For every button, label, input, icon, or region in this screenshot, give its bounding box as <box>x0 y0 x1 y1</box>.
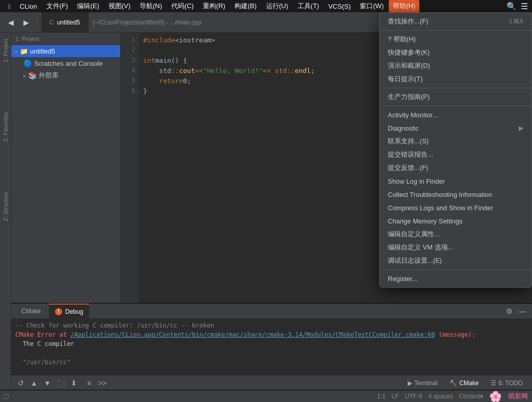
search-icon[interactable]: 🔍 <box>507 2 517 11</box>
help-menu[interactable]: 帮助(H) <box>389 0 419 12</box>
stream-op: << <box>195 67 203 74</box>
sidebar-item-external-libs[interactable]: ▸ 📚 外部库 <box>11 69 120 82</box>
error-indicator: ! <box>55 308 62 315</box>
project-sidebar: 1: Project ▸ 📁 untitled5 🔵 Scratches and… <box>11 33 121 303</box>
console-line-5: "/usr/bin/cc" <box>15 358 528 367</box>
vcs-menu[interactable]: VCS(S) <box>324 0 355 12</box>
submit-feedback-label: 提交反馈...(F) <box>388 163 428 172</box>
hide-panel-icon[interactable]: □ <box>4 392 8 400</box>
view-menu-label: 视图(V) <box>109 2 130 11</box>
show-log-label: Show Log in Finder <box>388 178 445 185</box>
menu-submit-bug[interactable]: 提交错误报告... <box>380 148 531 161</box>
context-indicator[interactable]: Context▾ <box>459 393 483 400</box>
scroll-down-button[interactable]: ▼ <box>42 378 53 389</box>
stop-button[interactable]: ⬛ <box>55 378 66 389</box>
menu-keymap[interactable]: 快捷键参考(K) <box>380 46 531 59</box>
cmake-error-prefix: CMake Error at <box>15 331 70 338</box>
window-menu[interactable]: 窗口(W) <box>356 0 388 12</box>
menu-activity-monitor[interactable]: Activity Monitor... <box>380 108 531 121</box>
indent-setting[interactable]: 4 spaces <box>429 393 453 400</box>
clion-label: CLion <box>20 3 37 10</box>
forward-button[interactable]: ▶ <box>19 16 33 29</box>
menu-tip[interactable]: 每日提示(T) <box>380 72 531 86</box>
menubar:  CLion 文件(F) 编辑(E) 视图(V) 导航(N) 代码(C) 重构… <box>0 0 532 12</box>
file-menu[interactable]: 文件(F) <box>42 0 72 12</box>
main-cpp-tab[interactable]: C untitled5 <box>41 12 89 33</box>
scroll-up-button[interactable]: ▲ <box>29 378 40 389</box>
panel-tab-bar: CMake ! Debug ⚙ — <box>11 304 532 319</box>
menu-show-log[interactable]: Show Log in Finder <box>380 174 531 188</box>
line-num-2: 2 <box>121 45 139 55</box>
encoding[interactable]: UTF-8 <box>405 393 422 400</box>
menu-collect-troubleshoot[interactable]: Collect Troubleshooting Information <box>380 188 531 201</box>
cursor-position[interactable]: 1:1 <box>377 393 386 400</box>
edit-menu-label: 编辑(E) <box>77 2 99 11</box>
line-ending[interactable]: LF <box>392 393 399 400</box>
navigate-menu[interactable]: 导航(N) <box>136 0 166 12</box>
terminal-icon: ▶ <box>408 380 412 387</box>
menu-contact-support[interactable]: 联系支持...(S) <box>380 135 531 148</box>
line-num-6: 6 <box>121 86 139 96</box>
terminal-tab[interactable]: ▶ Terminal <box>403 375 442 391</box>
sidebar-item-untitled5[interactable]: ▸ 📁 untitled5 <box>11 45 120 57</box>
register-label: Register... <box>388 275 418 283</box>
menu-icon[interactable]: ☰ <box>521 2 528 11</box>
menu-productivity[interactable]: 生产力指南(P) <box>380 90 531 104</box>
expand-button[interactable]: >> <box>97 378 108 389</box>
demo-label: 演示和截屏(D) <box>388 61 430 70</box>
find-action-label: 查找操作...(F) <box>388 17 428 26</box>
status-bar: □ 1:1 LF UTF-8 4 spaces Context▾ 🌸 萌新网 <box>0 390 532 402</box>
endl-fn: endl <box>295 67 310 74</box>
project-vtab[interactable]: 1: Project <box>2 35 10 66</box>
apple-menu[interactable]:  <box>4 0 15 12</box>
structure-vtab[interactable]: Z: Structure <box>2 188 10 225</box>
vm-options-label: 编辑自定义 VM 选项... <box>388 243 454 252</box>
cmake-panel-tab[interactable]: CMake <box>15 304 47 319</box>
refactor-menu[interactable]: 重构(R) <box>199 0 229 12</box>
tip-label: 每日提示(T) <box>388 74 423 84</box>
menu-change-memory[interactable]: Change Memory Settings <box>380 214 531 228</box>
menu-compress-logs[interactable]: Compress Logs and Show in Finder <box>380 201 531 214</box>
todo-tab[interactable]: ☰ 6: TODO <box>486 375 528 391</box>
submit-bug-label: 提交错误报告... <box>388 150 433 159</box>
build-menu[interactable]: 构建(B) <box>230 0 260 12</box>
menu-diagnostic[interactable]: Diagnostic ▶ <box>380 121 531 135</box>
cmake-error-link[interactable]: /Applications/CLion.app/Contents/bin/cma… <box>70 331 435 338</box>
menu-vm-options[interactable]: 编辑自定义 VM 选项... <box>380 241 531 254</box>
more-actions-button[interactable]: ≡ <box>84 378 95 389</box>
menu-find-action[interactable]: 查找操作...(F) ⇧⌘A <box>380 15 531 28</box>
cmake-error-suffix: (message): <box>435 331 475 338</box>
menu-debug-log[interactable]: 调试日志设置...(E) <box>380 254 531 267</box>
logo-watermark: 🌸 <box>489 390 502 403</box>
line-num-1: 1 <box>121 35 139 45</box>
minimize-panel-button[interactable]: — <box>517 306 528 317</box>
cmake-bottom-tab[interactable]: 🔨 CMake <box>444 375 484 391</box>
scroll-down2-button[interactable]: ⬇ <box>68 378 79 389</box>
menu-register[interactable]: Register... <box>380 272 531 285</box>
menu-help[interactable]: ? 帮助(H) <box>380 33 531 46</box>
view-menu[interactable]: 视图(V) <box>104 0 135 12</box>
todo-label: 6: TODO <box>498 380 523 387</box>
code-menu[interactable]: 代码(C) <box>167 0 198 12</box>
console-line-4 <box>15 348 528 358</box>
menu-sep-3 <box>380 106 531 106</box>
favorites-vtab[interactable]: 2: Favorites <box>2 108 10 145</box>
scratches-icon: 🔵 <box>23 59 32 67</box>
debug-panel-tab[interactable]: ! Debug <box>49 304 89 319</box>
return-val: 0; <box>183 77 191 85</box>
tools-menu-label: 工具(T) <box>298 2 320 11</box>
back-button[interactable]: ◀ <box>4 16 17 29</box>
menu-sep-2 <box>380 88 531 88</box>
tools-menu[interactable]: 工具(T) <box>294 0 324 12</box>
reload-button[interactable]: ↺ <box>15 378 26 389</box>
menu-demo[interactable]: 演示和截屏(D) <box>380 59 531 72</box>
run-menu[interactable]: 运行(U) <box>262 0 292 12</box>
sidebar-item-scratches[interactable]: 🔵 Scratches and Console <box>11 57 120 69</box>
std-ns: std <box>143 67 171 74</box>
file-menu-label: 文件(F) <box>46 2 68 11</box>
settings-button[interactable]: ⚙ <box>503 306 515 317</box>
clion-menu[interactable]: CLion <box>16 0 41 12</box>
edit-menu[interactable]: 编辑(E) <box>73 0 103 12</box>
menu-custom-props[interactable]: 编辑自定义属性... <box>380 228 531 241</box>
menu-submit-feedback[interactable]: 提交反馈...(F) <box>380 161 531 174</box>
